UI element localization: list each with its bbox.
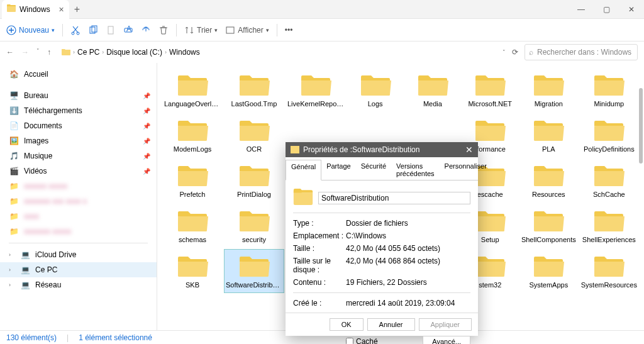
search-box[interactable]: ⌕ Rechercher dans : Windows bbox=[525, 44, 638, 60]
folder-label: OCR bbox=[247, 145, 262, 153]
up-button[interactable]: ↑ bbox=[47, 48, 51, 57]
folder-label: LastGood.Tmp bbox=[231, 100, 277, 108]
sidebar: 🏠 Accueil 🖥️Bureau📌⬇️Téléchargements📌📄Do… bbox=[0, 63, 157, 330]
tab-sharing[interactable]: Partage bbox=[321, 160, 356, 180]
created-label: Créé le : bbox=[293, 299, 346, 308]
folder-item[interactable]: LiveKernelReports bbox=[286, 68, 346, 112]
svg-rect-5 bbox=[108, 26, 113, 34]
sidebar-item-téléchargements[interactable]: ⬇️Téléchargements📌 bbox=[0, 103, 157, 118]
rename-button[interactable]: A bbox=[123, 25, 133, 35]
tab-general[interactable]: Général bbox=[286, 160, 321, 180]
folder-item[interactable]: SchCache bbox=[579, 158, 639, 203]
sidebar-item-blurred[interactable]: 📁xxxxxx xxxxx bbox=[0, 179, 157, 194]
folder-icon bbox=[7, 4, 16, 14]
paste-button[interactable] bbox=[106, 25, 116, 35]
ok-button[interactable]: OK bbox=[330, 318, 364, 331]
sidebar-item-blurred[interactable]: 📁xxxx bbox=[0, 209, 157, 224]
folder-item[interactable]: schemas bbox=[162, 204, 223, 248]
folder-item[interactable]: SKB bbox=[162, 249, 223, 293]
sidebar-home[interactable]: 🏠 Accueil bbox=[0, 67, 157, 82]
dialog-titlebar[interactable]: Propriétés de : SoftwareDistribution ✕ bbox=[286, 142, 478, 157]
folder-item[interactable]: Logs bbox=[347, 68, 403, 112]
scrollbar[interactable] bbox=[639, 88, 643, 164]
recent-button[interactable]: ˅ bbox=[36, 48, 40, 57]
sidebar-item-images[interactable]: 🖼️Images📌 bbox=[0, 133, 157, 148]
folder-item[interactable]: Prefetch bbox=[162, 158, 223, 203]
prop-value: Dossier de fichiers bbox=[346, 219, 470, 228]
folder-icon bbox=[358, 72, 392, 99]
folder-item[interactable]: PolicyDefinitions bbox=[579, 113, 639, 157]
sidebar-item-blurred[interactable]: 📁xxxxxxx xxx xxxx x bbox=[0, 194, 157, 209]
svg-text:A: A bbox=[126, 25, 131, 33]
new-tab-button[interactable]: + bbox=[74, 4, 80, 15]
tab-title: Windows bbox=[19, 5, 50, 14]
crumb-0[interactable]: Ce PC bbox=[77, 48, 99, 57]
folder-item[interactable]: ShellExperiences bbox=[579, 204, 639, 248]
sidebar-item-documents[interactable]: 📄Documents📌 bbox=[0, 118, 157, 133]
sidebar-item-vidéos[interactable]: 🎬Vidéos📌 bbox=[0, 164, 157, 179]
more-button[interactable]: ••• bbox=[285, 26, 293, 35]
folder-icon bbox=[62, 48, 70, 57]
folder-item[interactable]: Minidump bbox=[579, 68, 639, 112]
svg-rect-8 bbox=[226, 27, 234, 33]
folder-icon bbox=[237, 163, 271, 189]
view-button[interactable]: Afficher ▾ bbox=[225, 25, 269, 35]
sidebar-item-blurred[interactable]: 📁xxxxxxx xxxxx bbox=[0, 224, 157, 239]
prop-key: Type : bbox=[293, 219, 346, 228]
desktop-icon: 🖥️ bbox=[9, 91, 19, 101]
folder-item[interactable]: LanguageOverlayCache bbox=[162, 68, 223, 112]
search-placeholder: Rechercher dans : Windows bbox=[537, 48, 631, 57]
folder-item[interactable]: Migration bbox=[519, 68, 578, 112]
forward-button[interactable]: → bbox=[21, 48, 29, 57]
sidebar-item-musique[interactable]: 🎵Musique📌 bbox=[0, 148, 157, 164]
copy-button[interactable] bbox=[88, 25, 98, 35]
sidebar-item-bureau[interactable]: 🖥️Bureau📌 bbox=[0, 88, 157, 103]
explorer-tab[interactable]: Windows × bbox=[2, 0, 69, 19]
cancel-button[interactable]: Annuler bbox=[367, 318, 415, 331]
delete-button[interactable] bbox=[158, 25, 169, 35]
close-dialog-button[interactable]: ✕ bbox=[465, 145, 473, 155]
back-button[interactable]: ← bbox=[6, 48, 14, 57]
tab-security[interactable]: Sécurité bbox=[356, 160, 391, 180]
dropdown-icon[interactable]: ˅ bbox=[502, 49, 506, 55]
folder-item[interactable]: SystemResources bbox=[579, 249, 639, 293]
prop-key: Taille sur le disque : bbox=[293, 257, 346, 274]
folder-label: SchCache bbox=[593, 191, 625, 198]
hidden-checkbox[interactable]: Caché bbox=[346, 337, 378, 344]
folder-item[interactable]: PLA bbox=[519, 113, 578, 157]
maximize-button[interactable]: ▢ bbox=[594, 0, 619, 19]
folder-name-input[interactable] bbox=[318, 192, 470, 204]
folder-item[interactable]: LastGood.Tmp bbox=[224, 68, 284, 112]
new-button[interactable]: Nouveau ▾ bbox=[6, 25, 55, 35]
share-button[interactable] bbox=[141, 25, 151, 35]
folder-icon bbox=[592, 72, 626, 99]
folder-label: ModemLogs bbox=[174, 145, 212, 153]
folder-item[interactable]: PrintDialog bbox=[224, 158, 284, 203]
folder-item[interactable]: SystemApps bbox=[519, 249, 578, 293]
folder-item[interactable]: ShellComponents bbox=[519, 204, 578, 248]
tab-previous[interactable]: Versions précédentes bbox=[391, 160, 440, 180]
tab-customize[interactable]: Personnaliser bbox=[440, 160, 492, 180]
breadcrumb[interactable]: › Ce PC › Disque local (C:) › Windows bbox=[57, 44, 496, 60]
folder-item[interactable]: Media bbox=[404, 68, 460, 112]
folder-item[interactable]: Microsoft.NET bbox=[462, 68, 518, 112]
crumb-2[interactable]: Windows bbox=[169, 48, 200, 57]
minimize-button[interactable]: — bbox=[569, 0, 594, 19]
close-window-button[interactable]: ✕ bbox=[619, 0, 644, 19]
sidebar-item-iclouddrive[interactable]: ›💻iCloud Drive bbox=[0, 247, 157, 262]
sidebar-item-cepc[interactable]: ›💻Ce PC bbox=[0, 262, 157, 277]
folder-item[interactable]: SoftwareDistribution bbox=[224, 249, 284, 293]
folder-item[interactable]: security bbox=[224, 204, 284, 248]
sidebar-item-réseau[interactable]: ›💻Réseau bbox=[0, 277, 157, 292]
close-tab-icon[interactable]: × bbox=[59, 4, 64, 14]
sort-button[interactable]: Trier ▾ bbox=[184, 25, 218, 35]
cut-button[interactable] bbox=[70, 25, 80, 35]
folder-item[interactable]: ModemLogs bbox=[162, 113, 223, 157]
folder-item[interactable]: Resources bbox=[519, 158, 578, 203]
refresh-button[interactable]: ⟳ bbox=[512, 48, 518, 57]
apply-button[interactable]: Appliquer bbox=[419, 318, 472, 331]
advanced-button[interactable]: Avancé... bbox=[423, 336, 470, 344]
crumb-1[interactable]: Disque local (C:) bbox=[106, 48, 162, 57]
pin-icon: 📌 bbox=[143, 168, 150, 175]
folder-item[interactable]: OCR bbox=[224, 113, 284, 157]
